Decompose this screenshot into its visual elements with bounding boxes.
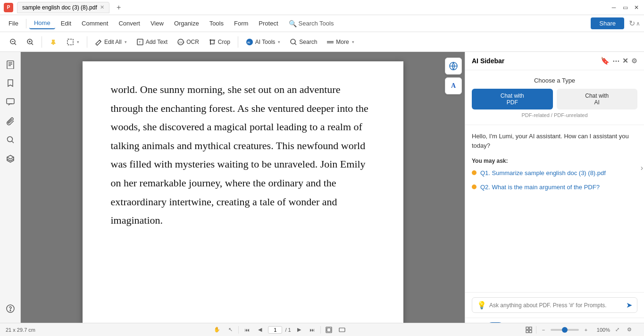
last-page-btn[interactable]: ⏭ <box>307 325 318 335</box>
next-page-btn[interactable]: ▶ <box>294 325 304 335</box>
zoom-level: 100% <box>593 327 610 333</box>
svg-text:OCR: OCR <box>179 41 184 44</box>
menu-comment[interactable]: Comment <box>77 18 113 29</box>
ocr-label: OCR <box>186 39 199 45</box>
pdf-page: world. One sunny morning, she set out on… <box>83 61 403 326</box>
new-tab-btn[interactable]: + <box>113 2 125 13</box>
zoom-slider[interactable] <box>551 329 579 331</box>
status-sep-2 <box>320 326 321 334</box>
svg-line-20 <box>295 43 297 45</box>
ai-question-1[interactable]: Q1. Summarize sample english doc (3) (8)… <box>472 169 637 177</box>
menu-protect[interactable]: Protect <box>254 18 283 29</box>
svg-point-28 <box>7 137 12 142</box>
edit-all-arrow: ▾ <box>125 40 127 44</box>
ai-q-text-1: Q1. Summarize sample english doc (3) (8)… <box>480 169 606 177</box>
svg-point-31 <box>10 310 11 311</box>
zoom-in-status-btn[interactable]: + <box>581 325 591 335</box>
chat-with-ai-btn[interactable]: Chat withAI <box>557 89 638 109</box>
main-area: world. One sunny morning, she set out on… <box>21 52 465 336</box>
left-sidebar <box>0 52 21 336</box>
maximize-btn[interactable]: ▭ <box>621 4 629 11</box>
svg-rect-7 <box>52 40 55 41</box>
rect-select-btn[interactable]: ▾ <box>63 36 83 48</box>
document-tab[interactable]: sample english doc (3) (8).pdf ✕ <box>17 2 109 13</box>
font-icon[interactable]: A <box>445 77 462 94</box>
fit-width-btn[interactable] <box>337 325 347 335</box>
ai-send-btn[interactable]: ➤ <box>626 301 632 310</box>
layers-icon[interactable] <box>2 150 19 167</box>
highlight-btn[interactable] <box>46 36 61 48</box>
chat-with-pdf-btn[interactable]: Chat withPDF <box>472 89 553 109</box>
attachment-icon[interactable] <box>2 112 19 129</box>
svg-rect-35 <box>327 328 331 332</box>
fullscreen-btn[interactable]: ⤢ <box>612 325 622 335</box>
pages-icon[interactable] <box>2 56 19 73</box>
translate-icon[interactable] <box>445 58 462 75</box>
menu-home[interactable]: Home <box>29 17 55 29</box>
hand-tool-btn[interactable]: ✋ <box>212 325 222 335</box>
first-page-btn[interactable]: ⏮ <box>242 325 252 335</box>
zoom-area: − + 100% ⤢ ⚙ <box>524 325 635 335</box>
menu-bar: File Home Edit Comment Convert View Orga… <box>0 15 644 32</box>
page-number-input[interactable] <box>268 326 282 334</box>
ai-sidebar-expand-btn[interactable]: › <box>641 164 643 172</box>
share-button[interactable]: Share <box>591 17 624 29</box>
ai-settings-icon[interactable]: ⚙ <box>631 57 637 65</box>
menu-convert[interactable]: Convert <box>114 18 145 29</box>
fit-page-btn[interactable] <box>324 325 334 335</box>
search-sidebar-icon[interactable] <box>2 131 19 148</box>
svg-rect-21 <box>327 41 334 42</box>
ai-question-2[interactable]: Q2. What is the main argument of the PDF… <box>472 183 637 192</box>
zoom-out-status-btn[interactable]: − <box>538 325 549 335</box>
bookmark-icon[interactable] <box>2 75 19 92</box>
view-mode-btn[interactable] <box>524 325 534 335</box>
more-label: More <box>336 39 349 45</box>
ai-save-icon[interactable]: 🔖 <box>601 57 610 65</box>
status-bar: 21 x 29.7 cm ✋ ↖ ⏮ ◀ / 1 ▶ ⏭ − + 100% ⤢ … <box>0 323 644 336</box>
zoom-thumb[interactable] <box>562 327 568 333</box>
sync-icon[interactable]: ↻ <box>629 19 635 28</box>
settings-btn[interactable]: ⚙ <box>624 325 635 335</box>
svg-text:AI: AI <box>247 41 250 44</box>
tab-close-btn[interactable]: ✕ <box>100 4 104 10</box>
help-icon[interactable] <box>2 300 19 317</box>
search-tools-label: Search Tools <box>299 20 334 27</box>
page-total: / 1 <box>285 327 291 333</box>
ai-more-icon[interactable]: ⋯ <box>612 57 619 65</box>
search-btn[interactable]: Search <box>286 36 321 48</box>
more-btn[interactable]: More ▾ <box>323 36 358 48</box>
menu-tools[interactable]: Tools <box>205 18 228 29</box>
prev-page-btn[interactable]: ◀ <box>255 325 265 335</box>
close-btn[interactable]: ✕ <box>633 4 640 11</box>
menu-organize[interactable]: Organize <box>169 18 204 29</box>
menu-form[interactable]: Form <box>229 18 253 29</box>
pdf-canvas: world. One sunny morning, she set out on… <box>21 52 465 336</box>
add-text-btn[interactable]: T Add Text <box>133 36 171 48</box>
ai-input-field[interactable] <box>489 302 623 309</box>
comment-icon[interactable] <box>2 93 19 110</box>
crop-btn[interactable]: Crop <box>205 36 234 48</box>
ai-sidebar-title: AI Sidebar <box>472 57 601 65</box>
zoom-out-btn[interactable] <box>6 36 21 48</box>
collapse-icon[interactable]: ∧ <box>636 20 640 27</box>
edit-all-btn[interactable]: Edit All ▾ <box>91 36 131 48</box>
minimize-btn[interactable]: ─ <box>610 4 618 11</box>
select-tool-btn[interactable]: ↖ <box>225 325 235 335</box>
ai-close-icon[interactable]: ✕ <box>622 57 628 65</box>
menu-edit[interactable]: Edit <box>56 18 76 29</box>
zoom-out-icon <box>9 38 17 46</box>
ai-tools-btn[interactable]: AI AI Tools ▾ <box>242 36 284 48</box>
search-tools-area[interactable]: 🔍 Search Tools <box>284 18 339 29</box>
ocr-btn[interactable]: OCR OCR <box>173 36 203 48</box>
more-icon <box>326 38 334 46</box>
zoom-in-icon <box>26 38 34 46</box>
toolbar-sep-1 <box>42 36 42 48</box>
ocr-icon: OCR <box>177 38 184 46</box>
svg-rect-14 <box>210 40 214 44</box>
menu-file[interactable]: File <box>4 18 23 29</box>
menu-view[interactable]: View <box>146 18 168 29</box>
add-text-icon: T <box>136 38 144 46</box>
svg-rect-40 <box>529 330 532 333</box>
ai-input-row: 💡 ➤ <box>472 297 637 313</box>
zoom-in-btn[interactable] <box>23 36 38 48</box>
